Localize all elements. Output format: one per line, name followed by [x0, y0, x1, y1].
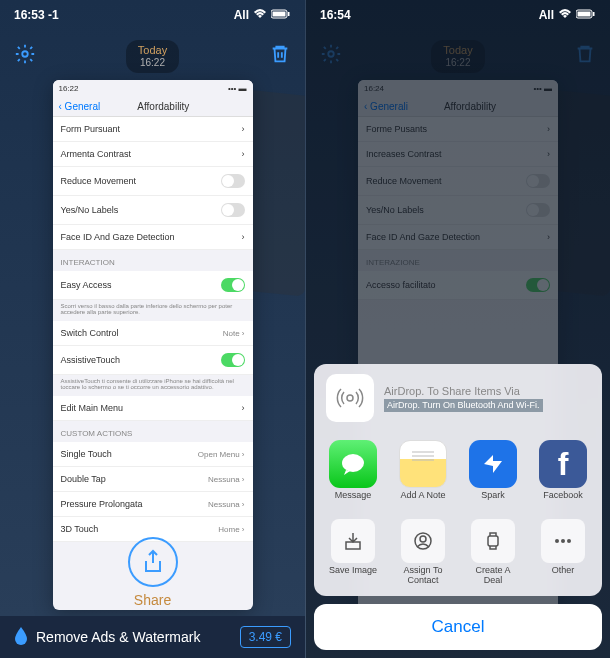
more-icon [541, 519, 585, 563]
status-time: 16:54 [320, 8, 351, 22]
row-reduce-movement: Reduce Movement [53, 167, 253, 196]
row-assistive: AssistiveTouch [53, 346, 253, 375]
screenshot-area: 16:22 ••• ▬ ‹ General Affordability Form… [30, 80, 275, 608]
card-status-bar: 16:22 ••• ▬ [53, 80, 253, 97]
toggle-off-icon [221, 203, 245, 217]
facebook-icon: f [539, 440, 587, 488]
action-label: Create A Deal [466, 566, 520, 586]
row-pressure: Pressure ProlongataNessuna › [53, 492, 253, 517]
status-right: All [539, 8, 596, 22]
share-button[interactable] [128, 537, 178, 587]
app-facebook[interactable]: f Facebook [530, 440, 596, 511]
app-label: Facebook [543, 491, 583, 511]
status-right: All [234, 8, 291, 22]
action-save-image[interactable]: Save Image [320, 519, 386, 586]
app-label: Add A Note [400, 491, 445, 511]
section-custom: CUSTOM ACTIONS [53, 421, 253, 442]
svg-point-8 [347, 395, 353, 401]
app-label: Spark [481, 491, 505, 511]
right-pane: 16:54 All Today 16:22 16:24••• ▬ ‹ Gener… [305, 0, 610, 658]
svg-rect-5 [578, 12, 591, 17]
airdrop-row[interactable]: AirDrop. To Share Items Via AirDrop. Tur… [314, 374, 602, 432]
svg-point-18 [561, 539, 565, 543]
svg-rect-1 [273, 12, 286, 17]
share-label: Share [0, 592, 305, 608]
trash-icon[interactable] [269, 43, 291, 70]
battery-icon [271, 8, 291, 22]
app-row: Message Add A Note Spark f [314, 432, 602, 511]
action-label: Assign To Contact [396, 566, 450, 586]
svg-point-19 [567, 539, 571, 543]
status-time: 16:53 -1 [14, 8, 59, 22]
app-notes[interactable]: Add A Note [390, 440, 456, 511]
watch-icon [471, 519, 515, 563]
notes-icon [399, 440, 447, 488]
toggle-on-icon [221, 353, 245, 367]
today-label: Today [138, 44, 167, 57]
remove-ads-label[interactable]: Remove Ads & Watermark [36, 629, 240, 645]
today-time: 16:22 [138, 57, 167, 69]
card-title: Affordability [80, 101, 246, 112]
action-label: Save Image [329, 566, 377, 586]
action-create-deal[interactable]: Create A Deal [460, 519, 526, 586]
airdrop-title: AirDrop. To Share Items Via [384, 384, 590, 398]
svg-point-15 [420, 536, 426, 542]
date-pill[interactable]: Today 16:22 [126, 40, 179, 73]
row-yesno: Yes/No Labels [53, 196, 253, 225]
gear-icon[interactable] [14, 43, 36, 70]
card-time: 16:22 [59, 84, 79, 93]
wifi-icon [253, 8, 267, 22]
svg-rect-6 [593, 12, 595, 16]
toggle-on-icon [221, 278, 245, 292]
svg-point-17 [555, 539, 559, 543]
row-easy-access: Easy Access [53, 271, 253, 300]
row-edit-menu: Edit Main Menu› [53, 396, 253, 421]
wifi-icon [558, 8, 572, 22]
airdrop-subtitle: AirDrop. Turn On Bluetooth And Wi-Fi. [384, 399, 543, 413]
front-card[interactable]: 16:22 ••• ▬ ‹ General Affordability Form… [53, 80, 253, 610]
left-pane: 16:53 -1 All Today 16:22 16:22 ••• [0, 0, 305, 658]
toggle-off-icon [221, 174, 245, 188]
card-signal: ••• ▬ [228, 84, 247, 93]
svg-point-3 [22, 51, 28, 57]
bottom-bar: Remove Ads & Watermark 3.49 € [0, 616, 305, 658]
action-assign-contact[interactable]: Assign To Contact [390, 519, 456, 586]
action-other[interactable]: Other [530, 519, 596, 586]
spark-icon [469, 440, 517, 488]
carrier-label: All [539, 8, 554, 22]
save-image-icon [331, 519, 375, 563]
contact-icon [401, 519, 445, 563]
assistive-note: AssistiveTouch ti consente di utilizzare… [53, 375, 253, 396]
battery-icon [576, 8, 596, 22]
app-spark[interactable]: Spark [460, 440, 526, 511]
airdrop-icon [326, 374, 374, 422]
svg-rect-2 [288, 12, 290, 16]
row-form-pursuant: Form Pursuant› [53, 117, 253, 142]
card-header: ‹ General Affordability [53, 97, 253, 117]
carrier-label: All [234, 8, 249, 22]
top-toolbar: Today 16:22 [0, 40, 305, 73]
share-panel: AirDrop. To Share Items Via AirDrop. Tur… [314, 364, 602, 596]
row-single-touch: Single TouchOpen Menu › [53, 442, 253, 467]
price-button[interactable]: 3.49 € [240, 626, 291, 648]
status-bar: 16:54 All [306, 0, 610, 30]
action-label: Other [552, 566, 575, 586]
share-sheet: AirDrop. To Share Items Via AirDrop. Tur… [306, 364, 610, 658]
cancel-button[interactable]: Cancel [314, 604, 602, 650]
row-contrast: Armenta Contrast› [53, 142, 253, 167]
drop-icon [14, 627, 28, 648]
action-row: Save Image Assign To Contact Create A De… [314, 511, 602, 586]
row-switch-control: Switch ControlNote › [53, 321, 253, 346]
easy-note: Scorri verso il basso dalla parte inferi… [53, 300, 253, 321]
section-interaction: Interaction [53, 250, 253, 271]
svg-rect-16 [488, 536, 498, 546]
row-faceid: Face ID And Gaze Detection› [53, 225, 253, 250]
svg-point-9 [342, 454, 364, 472]
message-icon [329, 440, 377, 488]
share-overlay: Share [0, 537, 305, 608]
app-message[interactable]: Message [320, 440, 386, 511]
airdrop-text: AirDrop. To Share Items Via AirDrop. Tur… [384, 384, 590, 413]
row-double-tap: Double TapNessuna › [53, 467, 253, 492]
status-bar: 16:53 -1 All [0, 0, 305, 30]
app-label: Message [335, 491, 372, 511]
